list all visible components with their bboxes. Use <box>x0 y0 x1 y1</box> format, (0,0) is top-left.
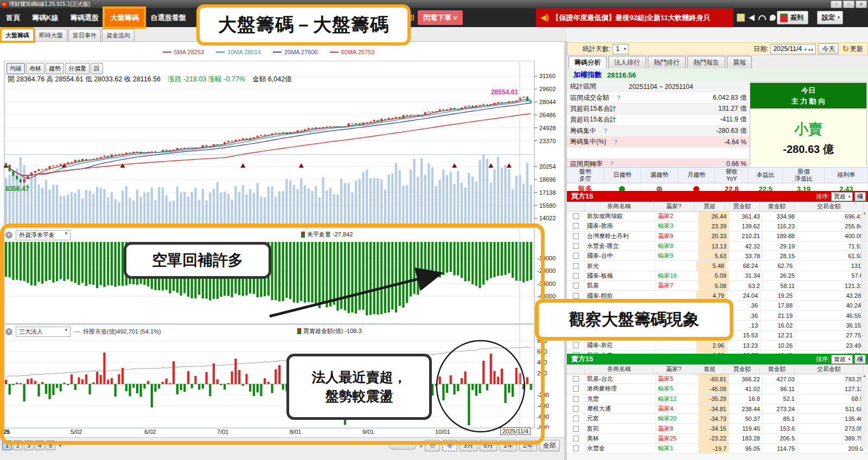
close-button[interactable]: ✕ <box>856 1 867 8</box>
menu-item-3[interactable]: 大盤籌碼 <box>104 8 144 27</box>
col-header[interactable]: 賣金額 <box>760 365 795 374</box>
broker-row[interactable]: 凱基贏家75.0863.258.11121.31 <box>567 281 868 291</box>
col-header[interactable]: 交易金額 <box>795 365 864 374</box>
broker-row[interactable]: 港商麥格理輸家5-45.0941.0286.11127.13 <box>567 384 868 394</box>
panel-tab-0[interactable]: 籌碼分析 <box>569 56 607 68</box>
sub-tab-2[interactable]: 當日事件 <box>68 29 101 41</box>
scroll-right-icon[interactable]: ▸ <box>420 443 423 449</box>
sort-select[interactable]: 賣超▼ <box>831 355 853 364</box>
broker-row[interactable]: 凱基-台北贏家5-60.81366.22427.03793.25 <box>567 374 868 384</box>
chart-tool-2[interactable]: 趨勢 <box>46 63 64 74</box>
stat-days-select[interactable]: 1▼ <box>612 44 629 54</box>
restore-button[interactable]: □ <box>843 1 854 8</box>
zoom-in-button[interactable]: ⊕ <box>442 440 457 451</box>
row-checkbox[interactable] <box>573 376 579 382</box>
headset-icon[interactable] <box>758 15 766 20</box>
col-header[interactable]: 買超 <box>694 202 725 211</box>
chart-tool-3[interactable]: 分價量 <box>65 63 90 74</box>
col-header[interactable]: 券商名稱 <box>585 202 654 211</box>
col-header[interactable]: 買金額 <box>725 202 760 211</box>
page-prev-icon[interactable]: ◂ <box>59 443 61 448</box>
page-button-1[interactable]: 1 <box>2 440 12 450</box>
broker-row[interactable]: 兆豐輸家12-35.2916.852.168.9 <box>567 394 868 404</box>
row-checkbox[interactable] <box>573 273 579 279</box>
broker-row[interactable]: 台灣摩根士丹利贏家920.33210.21189.88400.09 <box>567 232 868 241</box>
row-checkbox[interactable] <box>573 223 579 229</box>
zoom-out-button[interactable]: ⊖ <box>425 440 440 451</box>
row-checkbox[interactable] <box>573 213 579 219</box>
row-checkbox[interactable] <box>573 293 579 299</box>
col-header[interactable]: 贏家? <box>654 365 694 374</box>
chart-tool-4[interactable]: 設 <box>91 63 103 74</box>
broker-row[interactable]: 國泰-敦南輸家323.39139.62116.23255.84 <box>567 221 868 231</box>
sub-tab-1[interactable]: 即時大盤 <box>35 29 67 41</box>
chart-tool-1[interactable]: 布林 <box>26 63 44 74</box>
row-checkbox[interactable] <box>573 233 579 239</box>
col-header[interactable]: 交易金額 <box>795 202 864 211</box>
page-button-4[interactable]: 4 <box>35 440 44 450</box>
range-button-3月[interactable]: 3月 <box>459 440 477 451</box>
row-checkbox[interactable] <box>573 416 579 421</box>
settings-button[interactable]: 設定▼ <box>817 11 843 24</box>
broker-row[interactable]: 國泰-新莊2.9613.2310.2623.49 <box>567 341 868 350</box>
broker-row[interactable]: 永豐金輸家1-19.795.05114.75209.8 <box>567 444 868 453</box>
table-scrollbar[interactable]: ▲ <box>861 211 867 352</box>
minimize-button[interactable]: ─ <box>831 1 842 8</box>
date-nav-icons[interactable]: ▾ ◂ ▸ <box>805 47 814 52</box>
help-icon[interactable]: ? <box>614 139 617 145</box>
broker-row[interactable]: 富邦贏家8-34.15119.45153.6273.05 <box>567 424 868 433</box>
row-checkbox[interactable] <box>573 436 579 442</box>
refresh-button[interactable]: ↻更新 <box>842 44 863 54</box>
columns-button[interactable]: 欄 <box>854 192 866 201</box>
panel-tab-1[interactable]: 法人排行 <box>608 56 646 68</box>
chat-icon[interactable] <box>770 15 776 21</box>
row-checkbox[interactable] <box>573 263 579 269</box>
help-icon[interactable]: ? <box>604 127 607 134</box>
broker-row[interactable]: 新加坡商瑞銀贏家226.44361.43334.98696.41 <box>567 212 868 221</box>
help-icon[interactable]: ? <box>610 161 614 167</box>
menu-item-1[interactable]: 籌碼K線 <box>26 8 64 27</box>
row-checkbox[interactable] <box>573 253 579 259</box>
row-checkbox[interactable] <box>573 396 579 402</box>
menu-item-2[interactable]: 籌碼選股 <box>64 8 104 27</box>
open-interest-pane[interactable]: -10000-20000-30000-40000 <box>0 228 567 327</box>
panel-tab-2[interactable]: 熱門排行 <box>648 56 686 68</box>
page-button-3[interactable]: 3 <box>24 440 34 450</box>
price-chart-pane[interactable]: 3116029602280442648624928233702025418696… <box>0 61 567 230</box>
signin-button[interactable]: 簽到 <box>777 11 808 24</box>
col-header[interactable]: 買金額 <box>725 365 760 374</box>
broker-row[interactable]: 元富輸家20-34.7350.3785.1135.46 <box>567 414 868 424</box>
range-button-1年[interactable]: 1年 <box>500 440 518 451</box>
page-button-2[interactable]: 2 <box>13 440 23 450</box>
row-checkbox[interactable] <box>573 426 579 432</box>
panel-tab-3[interactable]: 熱門報告 <box>687 56 725 68</box>
row-checkbox[interactable] <box>573 243 579 249</box>
note-icon[interactable] <box>737 14 745 22</box>
h-scrollbar[interactable] <box>389 442 416 450</box>
range-button-全部[interactable]: 全部 <box>539 440 560 451</box>
today-button[interactable]: 今天 <box>818 43 839 54</box>
inst-indicator-select[interactable]: 三大法人▼ <box>16 327 71 337</box>
flash-order-button[interactable]: 閃電下單 ˅ <box>418 10 463 25</box>
sort-select[interactable]: 買超▼ <box>831 192 853 201</box>
col-header[interactable]: 賣超 <box>694 365 725 374</box>
sub-tab-3[interactable]: 資金流向 <box>102 29 135 41</box>
col-header[interactable]: 贏家? <box>654 202 694 211</box>
broker-row[interactable]: 摩根大通贏家4-34.81238.44273.24511.68 <box>567 404 868 414</box>
broker-row[interactable]: 永豐金-匯立輸家813.1342.3229.1971.51 <box>567 241 868 251</box>
institutional-pane[interactable]: 800600400200-200-400-600-800 <box>0 324 567 431</box>
row-checkbox[interactable] <box>573 406 579 412</box>
menu-item-4[interactable]: 自選股看盤 <box>144 8 192 27</box>
range-button-6月[interactable]: 6月 <box>480 440 497 451</box>
range-button-2年[interactable]: 2年 <box>519 440 537 451</box>
broker-row[interactable]: 美林贏家25-23.22183.28206.5389.79 <box>567 434 868 444</box>
chart-tool-0[interactable]: 均線 <box>7 63 25 74</box>
row-checkbox[interactable] <box>573 386 579 392</box>
table-scrollbar[interactable]: ▲ <box>861 374 867 449</box>
menu-item-0[interactable]: 首頁 <box>0 8 26 27</box>
broker-row[interactable]: 國泰-台中輸家95.6333.7828.1561.93 <box>567 251 868 261</box>
sub-tab-0[interactable]: 大盤籌碼 <box>1 29 34 41</box>
row-checkbox[interactable] <box>573 342 579 348</box>
broker-row[interactable]: 新光5.4868.2462.76131 <box>567 261 868 271</box>
row-checkbox[interactable] <box>573 445 579 451</box>
